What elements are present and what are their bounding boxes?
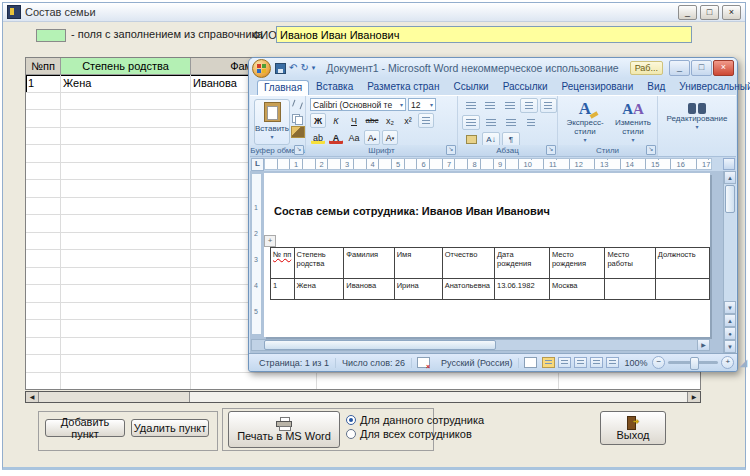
maximize-button[interactable]: □ (700, 5, 719, 20)
doc-table-cell[interactable]: Ирина (394, 279, 442, 300)
doc-table-header-cell[interactable]: Место работы (605, 248, 655, 279)
grid-cell[interactable] (191, 373, 317, 391)
outline-view-button[interactable] (590, 357, 603, 368)
document-page[interactable]: Состав семьи сотрудника: Иванов Иван Ива… (264, 173, 710, 337)
ribbon-tab[interactable]: Разметка стран (360, 79, 446, 95)
paragraph-dialog-launcher[interactable]: ↘ (546, 145, 556, 155)
grid-empty-row[interactable] (26, 373, 700, 391)
doc-table-cell[interactable]: Анатольевна (442, 279, 494, 300)
scroll-right-icon[interactable]: ▶ (687, 392, 700, 402)
word-title-bar[interactable]: ↶ ↻ ▾ Документ1 - Microsoft Word некомме… (249, 58, 737, 78)
doc-table-header-cell[interactable]: Имя (394, 248, 442, 279)
grid-cell[interactable] (61, 268, 191, 286)
grid-cell[interactable] (26, 198, 61, 216)
doc-table-cell[interactable] (655, 279, 709, 300)
shrink-font-button[interactable]: А▾ (382, 130, 398, 145)
zoom-slider[interactable] (668, 361, 718, 364)
print-to-word-button[interactable]: Печать в MS Word (228, 411, 340, 448)
grid-cell[interactable] (26, 268, 61, 286)
bold-button[interactable]: Ж (310, 113, 326, 128)
table-move-handle[interactable]: + (264, 235, 276, 247)
grid-cell[interactable] (61, 198, 191, 216)
grid-cell[interactable] (26, 110, 61, 128)
zoom-level[interactable]: 100% (622, 358, 649, 368)
grid-cell[interactable] (61, 373, 191, 391)
doc-table-cell[interactable]: Иванова (344, 279, 394, 300)
subscript-button[interactable]: x₂ (382, 113, 398, 128)
delete-item-button[interactable]: Удалить пункт (131, 419, 209, 437)
doc-table-cell[interactable]: Москва (549, 279, 605, 300)
exit-button[interactable]: ➜ Выход (600, 411, 666, 445)
draft-view-button[interactable] (606, 357, 619, 368)
ribbon-tab[interactable]: Рассылки (496, 79, 555, 95)
grid-cell[interactable] (26, 338, 61, 356)
radio-button[interactable] (346, 429, 356, 439)
change-case-button[interactable]: Аа (346, 130, 362, 145)
undo-icon[interactable]: ↶ (289, 62, 297, 74)
grid-cell[interactable] (61, 250, 191, 268)
change-styles-button[interactable]: АА Изменить стили ▾ (609, 99, 657, 144)
line-spacing-icon[interactable] (522, 115, 540, 130)
doc-table-cell[interactable]: Жена (294, 279, 344, 300)
editing-button[interactable]: Редактирование ▾ (661, 99, 733, 131)
main-title-bar[interactable]: Состав семьи _ □ × (3, 3, 745, 22)
word-maximize-button[interactable]: □ (691, 60, 712, 76)
fio-input[interactable] (276, 26, 692, 43)
grid-cell[interactable] (26, 303, 61, 321)
align-center-icon[interactable] (482, 115, 500, 130)
macro-record-icon[interactable] (524, 357, 537, 368)
select-browse-object-icon[interactable]: ● (724, 327, 736, 340)
spell-check-icon[interactable] (417, 357, 430, 368)
highlight-color-button[interactable]: ab (310, 130, 326, 145)
web-layout-view-button[interactable] (574, 357, 587, 368)
grid-cell[interactable] (26, 233, 61, 251)
doc-horizontal-scrollbar[interactable]: ▶ (251, 339, 710, 351)
cut-icon[interactable] (291, 100, 303, 110)
grid-cell[interactable] (26, 373, 61, 391)
ribbon-tab[interactable]: Главная (257, 80, 309, 95)
grid-cell[interactable] (61, 163, 191, 181)
minimize-button[interactable]: _ (678, 5, 697, 20)
grid-cell[interactable] (26, 128, 61, 146)
status-page-count[interactable]: Страница: 1 из 1 (253, 358, 336, 368)
grid-cell[interactable] (61, 320, 191, 338)
grid-cell[interactable] (26, 320, 61, 338)
grid-cell[interactable] (26, 93, 61, 111)
grid-cell[interactable] (61, 338, 191, 356)
copy-icon[interactable] (291, 113, 303, 123)
grid-cell[interactable] (26, 215, 61, 233)
increase-indent-icon[interactable] (540, 98, 557, 113)
resize-grip[interactable]: ◢ (739, 358, 747, 368)
grid-cell[interactable] (61, 128, 191, 146)
print-scope-option[interactable]: Для данного сотрудника (346, 413, 484, 427)
format-painter-icon[interactable] (291, 126, 305, 138)
grid-cell[interactable] (61, 180, 191, 198)
doc-table-cell[interactable]: 1 (271, 279, 295, 300)
grid-cell[interactable] (61, 145, 191, 163)
ribbon-tab[interactable]: Вставка (309, 79, 360, 95)
font-name-combo[interactable]: Calibri (Основной те ▾ (310, 98, 406, 111)
doc-scroll-up-icon[interactable]: ▲ (724, 171, 736, 184)
print-layout-view-button[interactable] (542, 357, 555, 368)
zoom-out-button[interactable]: − (652, 356, 665, 369)
grid-cell[interactable]: Жена (61, 75, 191, 93)
italic-button[interactable]: К (328, 113, 344, 128)
grid-cell[interactable] (61, 215, 191, 233)
font-color-button[interactable]: А (328, 130, 344, 145)
font-dialog-launcher[interactable]: ↘ (446, 145, 456, 155)
print-scope-option[interactable]: Для всех сотрудников (346, 427, 484, 441)
doc-vscroll-thumb[interactable] (725, 185, 735, 213)
superscript-button[interactable]: x² (400, 113, 416, 128)
grid-cell[interactable] (26, 145, 61, 163)
grid-cell[interactable] (61, 355, 191, 373)
numbering-icon[interactable] (481, 98, 498, 113)
grow-font-button[interactable]: А▴ (364, 130, 380, 145)
save-icon[interactable] (275, 63, 286, 74)
close-button[interactable]: × (722, 5, 741, 20)
doc-table-header-cell[interactable]: Фамилия (344, 248, 394, 279)
doc-table-header-cell[interactable]: Должность (655, 248, 709, 279)
styles-dialog-launcher[interactable]: ↘ (646, 145, 656, 155)
grid-horizontal-scrollbar[interactable]: ◀ ▶ (25, 391, 701, 403)
grid-cell[interactable] (26, 180, 61, 198)
doc-table-header-cell[interactable]: Место рождения (549, 248, 605, 279)
